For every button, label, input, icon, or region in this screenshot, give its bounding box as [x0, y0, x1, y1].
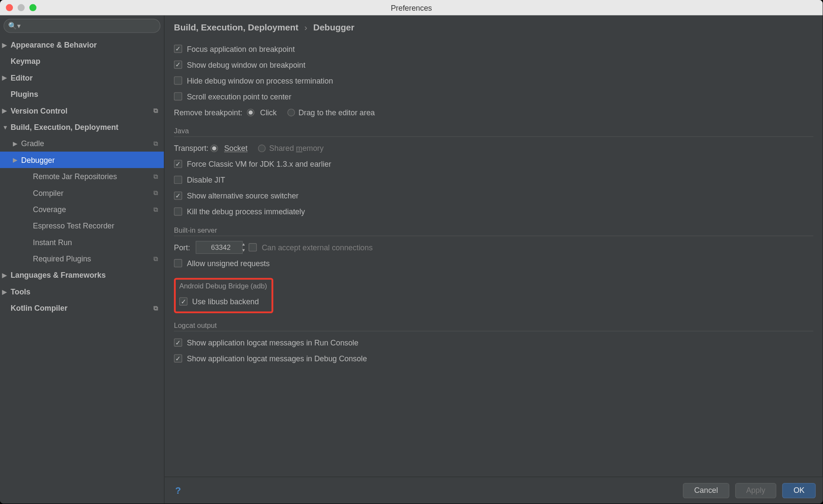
copy-icon[interactable]: ⧉ [153, 172, 158, 180]
expand-arrow-icon[interactable]: ▶ [13, 140, 18, 147]
sidebar-item-appearance-behavior[interactable]: ▶Appearance & Behavior [0, 36, 164, 53]
sidebar-item-label: Tools [11, 287, 30, 296]
label-libusb: Use libusb backend [192, 297, 259, 306]
expand-arrow-icon[interactable]: ▶ [2, 42, 7, 48]
label-remove-click: Click [260, 108, 277, 117]
stepper-icon[interactable]: ▲▼ [239, 241, 248, 253]
checkbox-logcat-debug[interactable] [174, 354, 182, 363]
sidebar-item-plugins[interactable]: Plugins [0, 86, 164, 102]
sidebar-item-label: Keymap [11, 57, 40, 66]
copy-icon[interactable]: ⧉ [153, 140, 158, 147]
sidebar-item-label: Editor [11, 73, 33, 82]
sidebar-item-required-plugins[interactable]: Required Plugins⧉ [0, 250, 164, 267]
body: 🔍▾ ▶Appearance & BehaviorKeymap▶EditorPl… [0, 15, 823, 504]
label-shared-mem: Shared memory [269, 144, 324, 153]
sidebar-item-instant-run[interactable]: Instant Run [0, 234, 164, 250]
label-show-debug-wnd: Show debug window on breakpoint [187, 60, 305, 69]
checkbox-show-debug-wnd[interactable] [174, 60, 182, 69]
copy-icon[interactable]: ⧉ [153, 107, 158, 114]
label-remove-drag: Drag to the editor area [298, 108, 375, 117]
copy-icon[interactable]: ⧉ [153, 304, 158, 312]
section-adb: Android Debug Bridge (adb) [179, 282, 267, 291]
copy-icon[interactable]: ⧉ [153, 255, 158, 262]
sidebar-item-compiler[interactable]: Compiler⧉ [0, 184, 164, 201]
crumb-a: Build, Execution, Deployment [174, 22, 298, 32]
label-socket: Socket [224, 144, 247, 153]
sidebar-item-gradle[interactable]: ▶Gradle⧉ [0, 135, 164, 151]
checkbox-ext-conn[interactable] [249, 243, 257, 252]
label-remove-breakpoint: Remove breakpoint: [174, 108, 243, 117]
search-wrap: 🔍▾ [3, 19, 160, 33]
checkbox-alt-source[interactable] [174, 192, 182, 200]
expand-arrow-icon[interactable]: ▶ [2, 272, 7, 278]
sidebar-item-build-execution-deployment[interactable]: ▼Build, Execution, Deployment [0, 119, 164, 135]
checkbox-logcat-run[interactable] [174, 339, 182, 347]
label-focus-app: Focus application on breakpoint [187, 45, 295, 54]
search-input[interactable] [3, 19, 160, 33]
radio-remove-drag[interactable] [287, 108, 295, 116]
sidebar-item-label: Coverage [33, 205, 66, 214]
expand-arrow-icon[interactable]: ▶ [2, 107, 7, 114]
checkbox-libusb[interactable] [179, 297, 187, 306]
label-logcat-debug: Show application logcat messages in Debu… [187, 354, 367, 363]
help-icon[interactable]: ? [171, 484, 184, 497]
sidebar-item-tools[interactable]: ▶Tools [0, 283, 164, 300]
label-ext-conn: Can accept external connections [262, 243, 373, 252]
sidebar-tree: ▶Appearance & BehaviorKeymap▶EditorPlugi… [0, 36, 164, 504]
sidebar-item-label: Espresso Test Recorder [33, 221, 114, 230]
copy-icon[interactable]: ⧉ [153, 189, 158, 197]
sidebar-item-label: Required Plugins [33, 254, 91, 263]
expand-arrow-icon[interactable]: ▶ [13, 156, 18, 163]
label-disable-jit: Disable JIT [187, 175, 225, 184]
label-scroll-exec: Scroll execution point to center [187, 92, 291, 101]
label-transport: Transport: [174, 144, 209, 153]
chevron-right-icon: › [304, 22, 307, 32]
expand-arrow-icon[interactable]: ▶ [2, 74, 7, 81]
sidebar-item-version-control[interactable]: ▶Version Control⧉ [0, 102, 164, 119]
breadcrumb: Build, Execution, Deployment › Debugger [165, 15, 823, 36]
sidebar: 🔍▾ ▶Appearance & BehaviorKeymap▶EditorPl… [0, 15, 165, 504]
sidebar-item-label: Languages & Frameworks [11, 270, 106, 279]
expand-arrow-icon[interactable]: ▶ [2, 288, 7, 294]
sidebar-item-label: Kotlin Compiler [11, 303, 68, 312]
radio-socket[interactable] [210, 144, 218, 152]
sidebar-item-debugger[interactable]: ▶Debugger [0, 152, 164, 168]
window-title: Preferences [0, 3, 823, 12]
apply-button[interactable]: Apply [735, 483, 777, 498]
sidebar-item-kotlin-compiler[interactable]: Kotlin Compiler⧉ [0, 300, 164, 316]
cancel-button[interactable]: Cancel [683, 483, 729, 498]
sidebar-item-label: Compiler [33, 188, 63, 197]
section-logcat: Logcat output [174, 321, 814, 331]
checkbox-kill-debug[interactable] [174, 207, 182, 216]
radio-remove-click[interactable] [246, 108, 254, 116]
label-logcat-run: Show application logcat messages in Run … [187, 338, 358, 347]
checkbox-force-classic-vm[interactable] [174, 160, 182, 168]
checkbox-focus-app[interactable] [174, 45, 182, 53]
search-icon: 🔍▾ [8, 22, 21, 30]
label-unsigned: Allow unsigned requests [187, 259, 270, 268]
ok-button[interactable]: OK [782, 483, 816, 498]
sidebar-item-label: Instant Run [33, 238, 72, 247]
checkbox-scroll-exec[interactable] [174, 92, 182, 100]
checkbox-disable-jit[interactable] [174, 176, 182, 184]
footer: ? Cancel Apply OK [165, 477, 823, 504]
sidebar-item-keymap[interactable]: Keymap [0, 53, 164, 69]
expand-arrow-icon[interactable]: ▼ [2, 124, 8, 130]
titlebar: Preferences [0, 0, 823, 15]
sidebar-item-label: Plugins [11, 90, 38, 99]
port-spinner: ▲▼ [190, 241, 249, 254]
copy-icon[interactable]: ⧉ [153, 205, 158, 213]
sidebar-item-remote-jar-repositories[interactable]: Remote Jar Repositories⧉ [0, 168, 164, 184]
sidebar-item-espresso-test-recorder[interactable]: Espresso Test Recorder [0, 217, 164, 234]
sidebar-item-coverage[interactable]: Coverage⧉ [0, 201, 164, 217]
sidebar-item-label: Gradle [21, 139, 44, 148]
sidebar-item-languages-frameworks[interactable]: ▶Languages & Frameworks [0, 267, 164, 283]
port-input[interactable] [196, 241, 243, 254]
radio-shared-mem [258, 144, 266, 152]
preferences-window: Preferences 🔍▾ ▶Appearance & BehaviorKey… [0, 0, 823, 504]
checkbox-hide-debug-wnd[interactable] [174, 76, 182, 84]
sidebar-item-editor[interactable]: ▶Editor [0, 69, 164, 86]
label-kill-debug: Kill the debug process immediately [187, 207, 305, 216]
checkbox-unsigned[interactable] [174, 259, 182, 267]
label-port: Port: [174, 243, 190, 252]
